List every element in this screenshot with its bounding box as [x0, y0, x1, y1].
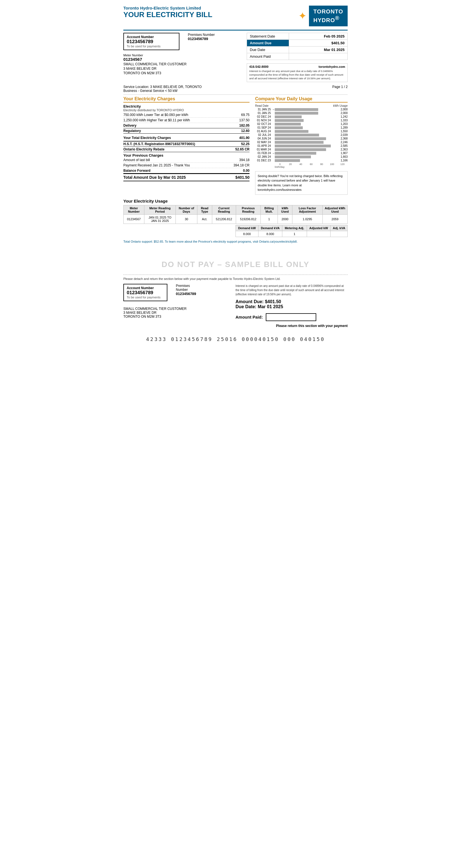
- premises-area: Premises Number 0123456789: [188, 33, 215, 41]
- chart-section: Read Date kWh Usage 31 JAN 25 → 2,000 01…: [255, 104, 348, 168]
- amount-paid-input-box[interactable]: [266, 313, 316, 321]
- chart-bar-row: 04 JUN 24 2,368: [255, 137, 348, 141]
- account-label: Account Number: [127, 35, 176, 39]
- contact-note: 416-542-8000 torontohydro.com Interest i…: [247, 63, 348, 82]
- header-divider: [123, 30, 348, 31]
- chart-bar-row: 02 OCT 24 1,203: [255, 122, 348, 126]
- payment-left: Account Number 0123456789 To be used for…: [123, 284, 196, 328]
- chart-bar: [275, 130, 308, 133]
- chart-bar-row: 01 JAN 25 2,000: [255, 112, 348, 115]
- company-name: Toronto Hydro-Electric System Limited YO…: [123, 6, 212, 19]
- chart-bar-area: [275, 108, 337, 111]
- chart-date-label: 01 SEP 24: [255, 126, 272, 129]
- premises-label: Premises Number: [188, 33, 215, 37]
- chart-x-axis: 0 20 40 60 80 100 120: [275, 163, 348, 165]
- chart-value: 1,203: [337, 122, 348, 126]
- th-kwh-used: kWh Used: [277, 205, 292, 214]
- account-number: 0123456789: [127, 39, 176, 44]
- td-read-type: Act.: [197, 214, 212, 224]
- chart-bar-area: [275, 126, 337, 129]
- delivery-value: 182.05: [239, 124, 249, 127]
- chart-header-left: Read Date: [255, 104, 269, 107]
- chart-date-label: 02 JAN 24: [255, 155, 272, 158]
- due-date-label: Due Date: [247, 46, 289, 53]
- balance-forward-line: Balance Forward 0.00: [123, 168, 249, 174]
- usage-table-title: Your Electricity Usage: [123, 199, 348, 204]
- td-demand-kva: 8.000: [258, 231, 282, 237]
- chart-bar: [275, 116, 302, 118]
- chart-value: 2,585: [337, 144, 348, 147]
- payment-amount-due: Amount Due: $401.50: [235, 299, 348, 304]
- chart-value: 2,363: [337, 148, 348, 151]
- chart-date-label: 01 AUG 24: [255, 130, 272, 133]
- chart-date-label: 02 OCT 24: [255, 122, 272, 126]
- watermark-area: DO NOT PAY – SAMPLE BILL ONLY: [123, 260, 348, 269]
- th-demand-kva: Demand kVA: [258, 225, 282, 231]
- payment-label: Payment Received Jan 21 2025 - Thank You: [123, 163, 190, 167]
- star-icon: ✦: [298, 10, 307, 22]
- chart-bar-row: 01 APR 24 2,585: [255, 144, 348, 148]
- detach-note: Please detach and return the section bel…: [123, 277, 348, 280]
- amount-paid-label: Amount Paid: [247, 53, 289, 60]
- return-note: Please return this section with your pay…: [235, 324, 348, 328]
- logo-area: ✦ TORONTO HYDRO®: [298, 6, 348, 26]
- balance-value: 0.00: [243, 169, 249, 173]
- chart-date-label: 04 JUN 24: [255, 137, 272, 140]
- th-metering-adj: Metering Adj.: [282, 225, 307, 231]
- demand-header-row: Demand kW Demand kVA Metering Adj. Adjus…: [236, 225, 348, 231]
- account-number-box: Account Number 0123456789 To be used for…: [123, 33, 179, 50]
- top-info-section: Account Number 0123456789 To be used for…: [123, 33, 348, 82]
- total-electricity-value: 401.90: [239, 136, 249, 140]
- statement-date-label: Statement Date: [247, 33, 289, 39]
- demand-table: Demand kW Demand kVA Metering Adj. Adjus…: [235, 225, 348, 237]
- chart-bar: [275, 112, 318, 115]
- electricity-line2-val: 137.50: [239, 118, 249, 122]
- service-type: Business - General Service < 50 kW: [123, 89, 177, 93]
- statement-date-value: Feb 05 2025: [289, 33, 348, 39]
- electricity-sub: Electricity distributed by TORONTO HYDRO: [123, 108, 249, 112]
- contact-top: 416-542-8000 torontohydro.com: [249, 65, 345, 68]
- amount-due-value: $401.50: [289, 39, 348, 46]
- th-read-type: Read Type: [197, 205, 212, 214]
- regulatory-label: Regulatory: [123, 129, 141, 133]
- chart-value: 2,039: [337, 133, 348, 136]
- chart-date-label: 01 FEB 24: [255, 152, 272, 155]
- chart-bar-area: [275, 130, 337, 133]
- td-demand-kw: 8.000: [236, 231, 259, 237]
- due-date-row: Due Date Mar 01 2025: [247, 46, 348, 53]
- amount-due-label: Amount Due: [247, 39, 289, 46]
- amount-paid-row: Amount Paid: [247, 53, 348, 60]
- chart-bar-area: [275, 112, 337, 115]
- customer-city: TORONTO ON M2M 3T3: [123, 71, 215, 75]
- td-metering-adj: 1: [282, 231, 307, 237]
- electricity-title: Electricity: [123, 104, 249, 108]
- chart-date-label: 31 JAN 25: [255, 108, 272, 111]
- meter-data-row: 01234567 JAN 01 2025 TO JAN 31 2025 30 A…: [124, 214, 348, 224]
- chart-date-label: 02 DEC 24: [255, 115, 272, 118]
- usage-table-section: Your Electricity Usage Meter Number Mete…: [123, 199, 348, 237]
- premises-number: 0123456789: [188, 37, 215, 41]
- payment-amount-paid-row: Amount Paid:: [235, 313, 348, 321]
- total-amount-line: Total Amount Due by Mar 01 2025 $401.50: [123, 174, 249, 181]
- bottom-account-number: 0123456789: [127, 290, 164, 296]
- interest-note: Interest is charged on any amount past d…: [249, 69, 345, 81]
- td-adjusted-kw: [307, 231, 330, 237]
- ontario-support-note: Total Ontario support: $52.65. To learn …: [123, 240, 348, 243]
- chart-bar: [275, 148, 326, 151]
- chart-date-label: 01 NOV 24: [255, 119, 272, 122]
- meter-section: Meter Number 01234567 SMALL COMMERCIAL T…: [123, 54, 215, 75]
- due-date-value: Mar 01 2025: [289, 46, 348, 53]
- chart-bar-row: 31 JAN 25 → 2,000: [255, 108, 348, 111]
- chart-bar-row: 02 JAN 24 1,663: [255, 155, 348, 159]
- total-label: Total Amount Due by Mar 01 2025: [123, 175, 186, 180]
- company-name-line1: Toronto Hydro-Electric System Limited: [123, 6, 212, 10]
- service-location-row: Service Location: 3 MAKE BELIEVE DR, TOR…: [123, 85, 348, 93]
- chart-bar-row: 01 DEC 23 1,166: [255, 159, 348, 162]
- bottom-account-premises: Account Number 0123456789 To be used for…: [123, 284, 196, 301]
- demand-data-row: 8.000 8.000 1: [236, 231, 348, 237]
- chart-bar-area: [275, 159, 337, 162]
- chart-x-axis-label: kWh/day: [275, 165, 348, 168]
- amount-paid-value: [289, 53, 348, 60]
- logo-line1: TORONTO: [314, 8, 343, 15]
- chart-bar-row: 01 AUG 24 1,550: [255, 130, 348, 133]
